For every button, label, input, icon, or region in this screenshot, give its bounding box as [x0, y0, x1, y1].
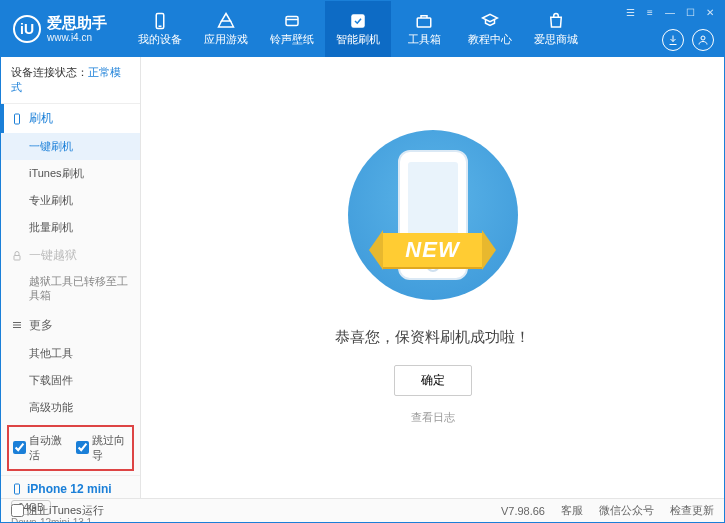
options-highlight: 自动激活 跳过向导 [7, 425, 134, 471]
close-icon[interactable]: ✕ [702, 5, 718, 19]
maximize-icon[interactable]: ☐ [682, 5, 698, 19]
svg-rect-8 [14, 255, 20, 260]
nav-label: 我的设备 [138, 32, 182, 47]
checkbox-auto-activate[interactable]: 自动激活 [13, 433, 66, 463]
titlebar: iU 爱思助手 www.i4.cn 我的设备 应用游戏 铃声壁纸 智能刷机 工具… [1, 1, 724, 57]
main-nav: 我的设备 应用游戏 铃声壁纸 智能刷机 工具箱 教程中心 爱思商城 [127, 1, 589, 57]
header-actions [662, 29, 714, 51]
nav-label: 工具箱 [408, 32, 441, 47]
brand-name: 爱思助手 [47, 14, 107, 32]
nav-label: 爱思商城 [534, 32, 578, 47]
checkbox-label: 阻止iTunes运行 [27, 503, 104, 518]
section-title: 更多 [29, 317, 53, 334]
main-content: NEW 恭喜您，保资料刷机成功啦！ 确定 查看日志 [141, 57, 724, 498]
nav-label: 应用游戏 [204, 32, 248, 47]
device-icon [151, 12, 169, 30]
sidebar-item-oneclick-flash[interactable]: 一键刷机 [1, 133, 140, 160]
download-icon[interactable] [662, 29, 684, 51]
section-title: 刷机 [29, 110, 53, 127]
new-ribbon: NEW [328, 230, 538, 270]
sidebar-item-itunes-flash[interactable]: iTunes刷机 [1, 160, 140, 187]
menu-icon[interactable]: ≡ [642, 5, 658, 19]
svg-rect-4 [351, 14, 365, 28]
svg-rect-2 [286, 16, 298, 25]
version-label: V7.98.66 [501, 505, 545, 517]
svg-rect-7 [15, 114, 20, 124]
toolbox-icon [415, 12, 433, 30]
wechat-link[interactable]: 微信公众号 [599, 503, 654, 518]
hero-illustration: NEW [348, 130, 518, 300]
checkbox-skip-setup[interactable]: 跳过向导 [76, 433, 129, 463]
view-log-link[interactable]: 查看日志 [411, 410, 455, 425]
sidebar-section-more[interactable]: 更多 [1, 311, 140, 340]
flash-icon [349, 12, 367, 30]
skip-setup-input[interactable] [76, 441, 89, 454]
nav-store[interactable]: 爱思商城 [523, 1, 589, 57]
window-controls: ☰ ≡ — ☐ ✕ [622, 5, 718, 19]
confirm-button[interactable]: 确定 [394, 365, 472, 396]
store-icon [547, 12, 565, 30]
jailbreak-note: 越狱工具已转移至工具箱 [1, 270, 140, 311]
success-message: 恭喜您，保资料刷机成功啦！ [335, 328, 530, 347]
nav-flash[interactable]: 智能刷机 [325, 1, 391, 57]
conn-label: 设备连接状态： [11, 66, 88, 78]
list-icon [11, 319, 23, 331]
sidebar: 设备连接状态：正常模式 刷机 一键刷机 iTunes刷机 专业刷机 批量刷机 一… [1, 57, 141, 498]
sidebar-section-flash[interactable]: 刷机 [1, 104, 140, 133]
support-link[interactable]: 客服 [561, 503, 583, 518]
nav-label: 智能刷机 [336, 32, 380, 47]
lock-icon [11, 250, 23, 262]
connection-status: 设备连接状态：正常模式 [1, 57, 140, 104]
ribbon-text: NEW [383, 233, 481, 267]
sidebar-item-batch-flash[interactable]: 批量刷机 [1, 214, 140, 241]
sidebar-section-jailbreak: 一键越狱 [1, 241, 140, 270]
nav-label: 铃声壁纸 [270, 32, 314, 47]
svg-point-6 [701, 36, 705, 40]
tutorial-icon [481, 12, 499, 30]
nav-apps[interactable]: 应用游戏 [193, 1, 259, 57]
ringtone-icon [283, 12, 301, 30]
brand-url: www.i4.cn [47, 32, 107, 44]
apps-icon [217, 12, 235, 30]
nav-toolbox[interactable]: 工具箱 [391, 1, 457, 57]
checkbox-label: 跳过向导 [92, 433, 129, 463]
checkbox-block-itunes[interactable]: 阻止iTunes运行 [11, 503, 104, 518]
block-itunes-input[interactable] [11, 504, 24, 517]
checkbox-label: 自动激活 [29, 433, 66, 463]
nav-tutorial[interactable]: 教程中心 [457, 1, 523, 57]
brand-logo-icon: iU [13, 15, 41, 43]
sidebar-item-pro-flash[interactable]: 专业刷机 [1, 187, 140, 214]
phone-icon [11, 113, 23, 125]
svg-rect-12 [15, 484, 20, 494]
settings-icon[interactable]: ☰ [622, 5, 638, 19]
sidebar-item-advanced[interactable]: 高级功能 [1, 394, 140, 421]
device-name: iPhone 12 mini [11, 482, 130, 496]
user-icon[interactable] [692, 29, 714, 51]
minimize-icon[interactable]: — [662, 5, 678, 19]
section-title: 一键越狱 [29, 247, 77, 264]
auto-activate-input[interactable] [13, 441, 26, 454]
sidebar-item-other-tools[interactable]: 其他工具 [1, 340, 140, 367]
check-update-link[interactable]: 检查更新 [670, 503, 714, 518]
svg-rect-5 [417, 18, 431, 27]
sidebar-item-download-firmware[interactable]: 下载固件 [1, 367, 140, 394]
phone-icon [11, 483, 23, 495]
nav-my-device[interactable]: 我的设备 [127, 1, 193, 57]
brand: iU 爱思助手 www.i4.cn [1, 14, 119, 44]
nav-label: 教程中心 [468, 32, 512, 47]
nav-ringtones[interactable]: 铃声壁纸 [259, 1, 325, 57]
